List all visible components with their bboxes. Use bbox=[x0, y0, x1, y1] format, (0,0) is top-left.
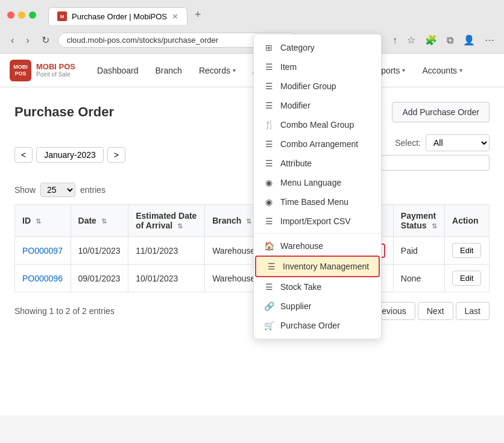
app-wrapper: MOBI POS MOBI POS Point of Sale Dashboar… bbox=[0, 54, 504, 415]
edit-button-1[interactable]: Edit bbox=[452, 271, 481, 286]
dropdown-item-label: Item bbox=[280, 62, 297, 72]
dropdown-menu-language-label: Menu Language bbox=[280, 178, 341, 187]
maximize-traffic-light[interactable] bbox=[29, 11, 36, 19]
add-purchase-order-button[interactable]: Add Purchase Order bbox=[392, 102, 490, 122]
nav-records-label: Records bbox=[199, 66, 230, 75]
tab-close-icon[interactable]: ✕ bbox=[172, 12, 178, 21]
dropdown-purchase-order[interactable]: 🛒 Purchase Order bbox=[254, 316, 381, 335]
page-header: Purchase Order Add Purchase Order bbox=[14, 102, 490, 122]
category-icon: ⊞ bbox=[263, 43, 274, 52]
dropdown-modifier-label: Modifier bbox=[280, 101, 310, 110]
sort-eta-icon[interactable]: ⇅ bbox=[177, 222, 183, 230]
browser-menu-icon[interactable]: ⋯ bbox=[482, 32, 497, 48]
nav-records[interactable]: Records ▾ bbox=[192, 61, 243, 80]
split-view-icon[interactable]: ⧉ bbox=[444, 32, 456, 48]
dropdown-warehouse-label: Warehouse bbox=[280, 241, 323, 251]
nav-dashboard[interactable]: Dashboard bbox=[90, 61, 146, 80]
sort-branch-icon[interactable]: ⇅ bbox=[246, 218, 251, 225]
browser-address-bar: ‹ › ↻ ↑ ☆ 🧩 ⧉ 👤 ⋯ bbox=[0, 30, 504, 53]
minimize-traffic-light[interactable] bbox=[18, 11, 25, 19]
showing-text: Showing 1 to 2 of 2 entries bbox=[14, 306, 115, 316]
brand-logo: MOBI POS bbox=[10, 60, 31, 81]
payment-cell-0: Paid bbox=[393, 237, 444, 265]
pagination-next-button[interactable]: Next bbox=[418, 302, 453, 320]
entries-select[interactable]: 10 25 50 100 bbox=[40, 183, 75, 197]
dropdown-import-export-csv[interactable]: ☰ Import/Export CSV bbox=[254, 212, 381, 231]
combo-meal-group-icon: 🍴 bbox=[263, 120, 274, 130]
dropdown-modifier[interactable]: ☰ Modifier bbox=[254, 96, 381, 115]
search-input[interactable] bbox=[381, 155, 490, 171]
id-cell-1: PO000096 bbox=[15, 265, 71, 292]
profile-icon[interactable]: 👤 bbox=[461, 32, 477, 48]
dropdown-time-based-menu[interactable]: ◉ Time Based Menu bbox=[254, 192, 381, 212]
stock-take-icon: ☰ bbox=[263, 282, 274, 292]
date-display: January-2023 bbox=[36, 147, 104, 163]
col-date: Date ⇅ bbox=[71, 205, 128, 237]
sort-date-icon[interactable]: ⇅ bbox=[101, 218, 107, 225]
modifier-icon: ☰ bbox=[263, 101, 274, 110]
date-cell-1: 09/01/2023 bbox=[71, 265, 128, 292]
action-cell-1: Edit bbox=[445, 265, 490, 292]
col-action: Action bbox=[445, 205, 490, 237]
extensions-icon[interactable]: 🧩 bbox=[423, 32, 439, 48]
active-tab[interactable]: M Purchase Order | MobiPOS ✕ bbox=[48, 7, 187, 25]
data-table: ID ⇅ Date ⇅ Estimated Dateof Arrival ⇅ B… bbox=[14, 204, 490, 292]
dropdown-supplier[interactable]: 🔗 Supplier bbox=[254, 297, 381, 316]
dropdown-combo-arrangement-label: Combo Arrangement bbox=[280, 139, 358, 149]
select-row: Select: All Completed Pending Cancelled bbox=[395, 134, 490, 151]
date-next-button[interactable]: > bbox=[107, 147, 125, 163]
dropdown-category[interactable]: ⊞ Category bbox=[254, 38, 381, 57]
table-body: PO000097 10/01/2023 11/01/2023 Warehouse… bbox=[15, 237, 490, 292]
bookmark-icon[interactable]: ☆ bbox=[405, 32, 418, 48]
payment-cell-1: None bbox=[393, 265, 444, 292]
dropdown-item[interactable]: ☰ Item bbox=[254, 57, 381, 77]
id-link-0[interactable]: PO000097 bbox=[22, 246, 63, 256]
dropdown-modifier-group[interactable]: ☰ Modifier Group bbox=[254, 77, 381, 96]
browser-back-button[interactable]: ‹ bbox=[7, 33, 17, 48]
menu-language-icon: ◉ bbox=[263, 178, 274, 187]
dropdown-attribute[interactable]: ☰ Attribute bbox=[254, 154, 381, 173]
action-cell-0: Edit bbox=[445, 237, 490, 265]
sort-id-icon[interactable]: ⇅ bbox=[36, 218, 41, 225]
brand-name: MOBI POS bbox=[36, 63, 75, 71]
date-prev-button[interactable]: < bbox=[14, 147, 33, 163]
nav-accounts[interactable]: Accounts ▾ bbox=[415, 61, 470, 80]
table-header-row: ID ⇅ Date ⇅ Estimated Dateof Arrival ⇅ B… bbox=[15, 205, 490, 237]
edit-button-0[interactable]: Edit bbox=[452, 243, 481, 258]
browser-title-bar: M Purchase Order | MobiPOS ✕ + bbox=[0, 0, 504, 30]
pagination-last-button[interactable]: Last bbox=[456, 302, 490, 320]
attribute-icon: ☰ bbox=[263, 159, 274, 168]
dropdown-import-export-csv-label: Import/Export CSV bbox=[280, 216, 351, 226]
new-tab-button[interactable]: + bbox=[187, 5, 209, 25]
browser-refresh-button[interactable]: ↻ bbox=[38, 32, 53, 48]
nav-branch[interactable]: Branch bbox=[148, 61, 189, 80]
select-input[interactable]: All Completed Pending Cancelled bbox=[426, 134, 490, 151]
dropdown-warehouse[interactable]: 🏠 Warehouse bbox=[254, 236, 381, 256]
inventory-management-icon: ☰ bbox=[266, 262, 277, 271]
supplier-icon: 🔗 bbox=[263, 301, 274, 311]
dropdown-purchase-order-label: Purchase Order bbox=[280, 321, 340, 330]
id-cell-0: PO000097 bbox=[15, 237, 71, 265]
dropdown-combo-meal-group[interactable]: 🍴 Combo Meal Group bbox=[254, 115, 381, 134]
dropdown-menu-language[interactable]: ◉ Menu Language bbox=[254, 173, 381, 192]
stocks-dropdown-menu: ⊞ Category ☰ Item ☰ Modifier Group ☰ Mod… bbox=[253, 34, 382, 339]
table-row: PO000097 10/01/2023 11/01/2023 Warehouse… bbox=[15, 237, 490, 265]
date-cell-0: 10/01/2023 bbox=[71, 237, 128, 265]
purchase-order-icon: 🛒 bbox=[263, 321, 274, 330]
dropdown-stock-take[interactable]: ☰ Stock Take bbox=[254, 277, 381, 297]
col-id: ID ⇅ bbox=[15, 205, 71, 237]
browser-forward-button[interactable]: › bbox=[22, 33, 33, 48]
dropdown-combo-meal-group-label: Combo Meal Group bbox=[280, 120, 354, 130]
eta-cell-1: 10/01/2023 bbox=[128, 265, 205, 292]
sort-payment-icon[interactable]: ⇅ bbox=[432, 222, 437, 230]
nav-records-chevron: ▾ bbox=[233, 67, 236, 74]
import-export-csv-icon: ☰ bbox=[263, 216, 274, 226]
dropdown-combo-arrangement[interactable]: ☰ Combo Arrangement bbox=[254, 134, 381, 154]
close-traffic-light[interactable] bbox=[7, 11, 14, 19]
browser-actions: ↑ ☆ 🧩 ⧉ 👤 ⋯ bbox=[390, 32, 497, 48]
traffic-lights bbox=[7, 11, 36, 19]
share-icon[interactable]: ↑ bbox=[390, 32, 400, 48]
dropdown-inventory-management[interactable]: ☰ Inventory Management bbox=[255, 256, 380, 277]
id-link-1[interactable]: PO000096 bbox=[22, 274, 63, 283]
nav-accounts-chevron: ▾ bbox=[459, 67, 462, 74]
